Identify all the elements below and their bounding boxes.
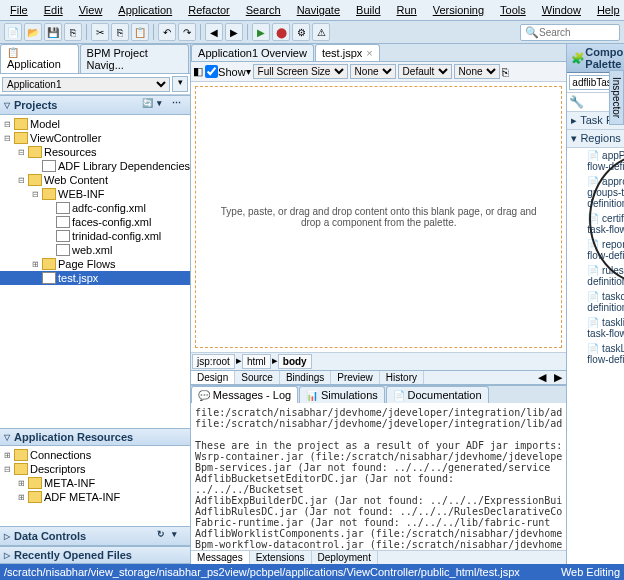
projects-tree[interactable]: ⊟Model⊟ViewController⊟ResourcesADF Libra… [0,115,190,428]
menu-navigate[interactable]: Navigate [291,2,346,18]
tree-node[interactable]: ADF Library Dependencies [0,159,190,173]
run-button[interactable]: ▶ [252,23,270,41]
cut-button[interactable]: ✂ [91,23,109,41]
toggle-button[interactable]: ◧ [193,65,203,78]
app-resources-tree[interactable]: ⊞Connections⊟Descriptors⊞META-INF⊞ADF ME… [0,446,190,526]
tab-source[interactable]: Source [235,371,280,384]
style-select[interactable]: Default [398,64,452,79]
tree-node[interactable]: ⊟Resources [0,145,190,159]
toolbar-extra[interactable]: ⎘ [502,66,509,78]
tree-node[interactable]: ⊞Page Flows [0,257,190,271]
palette-item[interactable]: 📄 appPrefs-task-flow-definition [567,148,624,174]
tab-documentation[interactable]: 📄 Documentation [386,386,489,403]
menu-edit[interactable]: Edit [38,2,69,18]
palette-category-icon[interactable]: 🔧 [569,95,584,109]
palette-item[interactable]: 📄 taskList-task-flow-definition [567,341,624,367]
app-resources-header[interactable]: Application Resources [0,428,190,446]
palette-item[interactable]: 📄 approval-groups-task-flow-definition [567,174,624,211]
scroll-left-icon[interactable]: ◀ [534,371,550,384]
debug-button[interactable]: ⬤ [272,23,290,41]
tree-node[interactable]: web.xml [0,243,190,257]
recent-files-header[interactable]: Recently Opened Files [0,546,190,564]
menu-tools[interactable]: Tools [494,2,532,18]
tree-node[interactable]: test.jspx [0,271,190,285]
design-canvas[interactable]: Type, paste, or drag and drop content on… [195,86,562,348]
copy-button[interactable]: ⎘ [111,23,129,41]
section-regions[interactable]: ▾ Regions [567,130,624,148]
palette-item[interactable]: 📄 tasklist-reports-task-flow-definition [567,315,624,341]
tab-test-jspx[interactable]: test.jspx× [315,44,380,61]
palette-item[interactable]: 📄 taskconfig-flow-definition [567,289,624,315]
menu-application[interactable]: Application [112,2,178,18]
menu-run[interactable]: Run [391,2,423,18]
palette-item[interactable]: 📄 certificates-task-flow-definition [567,211,624,237]
back-button[interactable]: ◀ [205,23,223,41]
tab-history[interactable]: History [380,371,424,384]
menu-view[interactable]: View [73,2,109,18]
tree-node[interactable]: faces-config.xml [0,215,190,229]
tab-bindings[interactable]: Bindings [280,371,331,384]
tree-node[interactable]: ⊟ViewController [0,131,190,145]
filter-icon[interactable]: ▾ [172,529,186,543]
tree-node[interactable]: ⊟Descriptors [0,462,190,476]
agent-select[interactable]: None [454,64,500,79]
menu-window[interactable]: Window [536,2,587,18]
projects-header[interactable]: Projects 🔄 ▾ ⋯ [0,95,190,115]
crumb-body[interactable]: body [278,354,312,369]
tree-node[interactable]: ⊟Model [0,117,190,131]
palette-item[interactable]: 📄 reports-task-flow-definition [567,237,624,263]
options-icon[interactable]: ⋯ [172,98,186,112]
menu-help[interactable]: Help [591,2,624,18]
logtab-messages[interactable]: Messages [191,551,250,564]
tab-messages-log[interactable]: 💬 Messages - Log [191,386,298,403]
redo-button[interactable]: ↷ [178,23,196,41]
undo-button[interactable]: ↶ [158,23,176,41]
app-menu-button[interactable]: ▾ [172,76,188,92]
tree-node[interactable]: ⊞META-INF [0,476,190,490]
filter-icon[interactable]: ▾ [157,98,171,112]
tab-application[interactable]: 📋 Application [0,44,79,73]
tree-node[interactable]: trinidad-config.xml [0,229,190,243]
size-select[interactable]: Full Screen Size [253,64,348,79]
menu-build[interactable]: Build [350,2,386,18]
paste-button[interactable]: 📋 [131,23,149,41]
logtab-extensions[interactable]: Extensions [250,551,312,564]
data-controls-header[interactable]: Data Controls ↻▾ [0,526,190,546]
tree-node[interactable]: adfc-config.xml [0,201,190,215]
inspector-tab[interactable]: Inspector [609,70,624,125]
logtab-deployment[interactable]: Deployment [312,551,378,564]
locale-select[interactable]: None [350,64,396,79]
application-selector[interactable]: Application1 [2,77,170,92]
tree-node[interactable]: ⊞Connections [0,448,190,462]
menu-search[interactable]: Search [240,2,287,18]
refresh-icon[interactable]: ↻ [157,529,171,543]
tab-simulations[interactable]: 📊 Simulations [299,386,385,403]
tab-preview[interactable]: Preview [331,371,380,384]
crumb-jsproot[interactable]: jsp:root [192,354,235,369]
log-output[interactable]: file:/scratch/nisabhar/jdevhome/jdevelop… [191,403,566,550]
show-checkbox[interactable]: Show▾ [205,65,251,78]
menu-file[interactable]: File [4,2,34,18]
save-button[interactable]: 💾 [44,23,62,41]
tab-app-overview[interactable]: Application1 Overview [191,44,314,61]
menu-versioning[interactable]: Versioning [427,2,490,18]
new-button[interactable]: 📄 [4,23,22,41]
global-search[interactable]: 🔍 [520,24,620,41]
tree-node[interactable]: ⊞ADF META-INF [0,490,190,504]
scroll-right-icon[interactable]: ▶ [550,371,566,384]
build-button[interactable]: ⚙ [292,23,310,41]
tree-node[interactable]: ⊟WEB-INF [0,187,190,201]
save-all-button[interactable]: ⎘ [64,23,82,41]
palette-item[interactable]: 📄 rules-task-flow-definition [567,263,624,289]
close-icon[interactable]: × [366,47,372,59]
tab-bpm-navigator[interactable]: BPM Project Navig... [80,44,190,73]
search-input[interactable] [539,27,609,38]
forward-button[interactable]: ▶ [225,23,243,41]
crumb-html[interactable]: html [242,354,271,369]
open-button[interactable]: 📂 [24,23,42,41]
tree-node[interactable]: ⊟Web Content [0,173,190,187]
menu-refactor[interactable]: Refactor [182,2,236,18]
refresh-icon[interactable]: 🔄 [142,98,156,112]
component-palette-header[interactable]: 🧩 Component Palette ▢▾ [567,44,624,73]
tab-design[interactable]: Design [191,371,235,384]
